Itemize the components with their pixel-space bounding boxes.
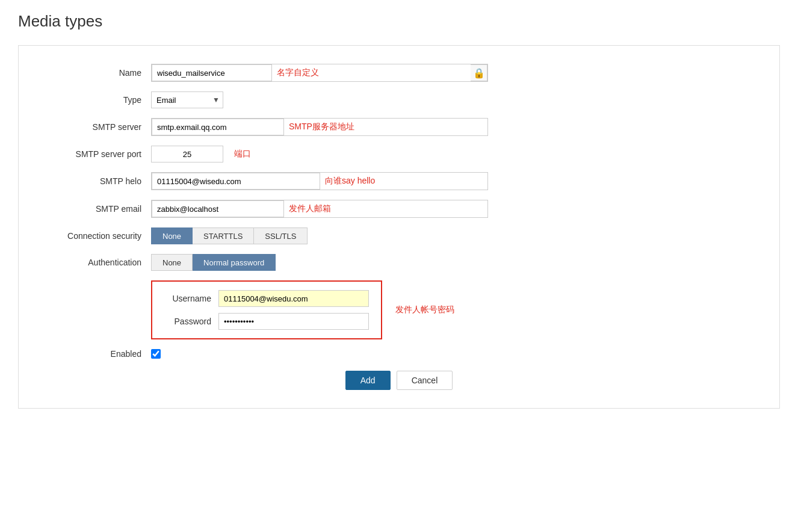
smtp-server-label: SMTP server: [31, 122, 151, 132]
username-label: Username: [164, 294, 218, 303]
page-title: Media types: [18, 12, 780, 31]
name-row: Name 名字自定义 🔒: [19, 64, 779, 82]
smtp-port-label: SMTP server port: [31, 149, 151, 159]
cancel-button[interactable]: Cancel: [397, 371, 453, 390]
enabled-checkbox[interactable]: [151, 349, 161, 359]
smtp-port-row: SMTP server port 端口: [19, 146, 779, 162]
name-lock-icon[interactable]: 🔒: [471, 64, 487, 81]
smtp-port-field: 端口: [151, 146, 767, 162]
action-buttons: Add Cancel: [19, 371, 779, 390]
smtp-email-label: SMTP email: [31, 204, 151, 214]
smtp-helo-label: SMTP helo: [31, 176, 151, 186]
connection-security-starttls-btn[interactable]: STARTTLS: [193, 227, 254, 244]
name-label: Name: [31, 68, 151, 78]
credentials-row: Username Password 发件人帐号密码: [19, 280, 779, 339]
username-input[interactable]: [218, 290, 369, 307]
connection-security-label: Connection security: [31, 231, 151, 241]
smtp-email-field: 发件人邮箱: [151, 200, 767, 218]
enabled-row: Enabled: [19, 349, 779, 359]
authentication-normal-password-btn[interactable]: Normal password: [193, 254, 276, 271]
type-row: Type Email SMS Script Jabber Ez Texting …: [19, 91, 779, 108]
smtp-server-field: SMTP服务器地址: [151, 118, 767, 136]
connection-security-field: None STARTTLS SSL/TLS: [151, 227, 767, 244]
smtp-helo-annotation: 向谁say hello: [320, 176, 487, 187]
connection-security-btn-group: None STARTTLS SSL/TLS: [151, 227, 308, 244]
username-inner-row: Username: [164, 290, 369, 307]
smtp-server-input[interactable]: [152, 119, 284, 135]
type-select[interactable]: Email SMS Script Jabber Ez Texting: [151, 91, 223, 108]
authentication-field: None Normal password: [151, 254, 767, 271]
smtp-helo-input[interactable]: [152, 173, 320, 190]
type-select-wrap: Email SMS Script Jabber Ez Texting ▼: [151, 91, 223, 108]
connection-security-ssltls-btn[interactable]: SSL/TLS: [254, 227, 308, 244]
smtp-email-annotation: 发件人邮箱: [284, 203, 487, 214]
smtp-helo-field: 向谁say hello: [151, 172, 767, 190]
type-label: Type: [31, 95, 151, 105]
smtp-helo-row: SMTP helo 向谁say hello: [19, 172, 779, 190]
credentials-annotation: 发件人帐号密码: [395, 305, 454, 315]
enabled-label: Enabled: [31, 349, 151, 359]
name-field: 名字自定义 🔒: [151, 64, 767, 82]
page-container: Media types Name 名字自定义 🔒 Type Email SMS: [0, 0, 798, 532]
authentication-btn-group: None Normal password: [151, 254, 276, 271]
authentication-none-btn[interactable]: None: [151, 254, 193, 271]
password-input[interactable]: [218, 313, 369, 330]
smtp-port-input[interactable]: [151, 146, 223, 162]
smtp-server-annotation: SMTP服务器地址: [284, 122, 487, 132]
smtp-email-row: SMTP email 发件人邮箱: [19, 200, 779, 218]
smtp-email-input[interactable]: [152, 200, 284, 217]
password-inner-row: Password: [164, 313, 369, 330]
name-input[interactable]: [152, 64, 272, 81]
name-annotation: 名字自定义: [272, 67, 471, 78]
password-label: Password: [164, 317, 218, 326]
form-container: Name 名字自定义 🔒 Type Email SMS Script Jabb: [18, 45, 780, 409]
authentication-label: Authentication: [31, 258, 151, 267]
enabled-field: [151, 349, 767, 359]
authentication-row: Authentication None Normal password: [19, 254, 779, 271]
credentials-box: Username Password: [151, 280, 382, 339]
smtp-port-annotation: 端口: [234, 149, 251, 159]
add-button[interactable]: Add: [345, 371, 391, 390]
smtp-server-row: SMTP server SMTP服务器地址: [19, 118, 779, 136]
connection-security-none-btn[interactable]: None: [151, 227, 193, 244]
credentials-field: Username Password 发件人帐号密码: [151, 280, 767, 339]
type-field: Email SMS Script Jabber Ez Texting ▼: [151, 91, 767, 108]
connection-security-row: Connection security None STARTTLS SSL/TL…: [19, 227, 779, 244]
